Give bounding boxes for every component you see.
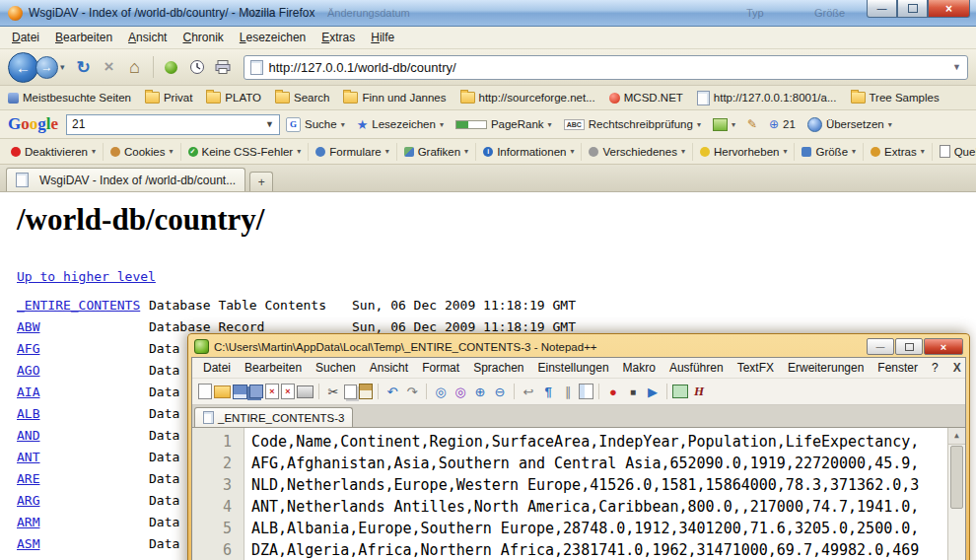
record-macro-icon[interactable]: ● bbox=[604, 384, 622, 400]
up-to-higher-level-link[interactable]: Up to higher level bbox=[17, 269, 156, 284]
menu-bearbeiten[interactable]: Bearbeiten bbox=[47, 29, 120, 46]
webdev-cookies[interactable]: Cookies▾ bbox=[104, 143, 181, 161]
menu-lesezeichen[interactable]: Lesezeichen bbox=[232, 29, 314, 46]
dir-link-asm[interactable]: ASM bbox=[17, 536, 149, 551]
replace-icon[interactable]: ◎ bbox=[452, 384, 469, 400]
url-dropdown-icon[interactable]: ▼ bbox=[952, 62, 961, 72]
cut-icon[interactable]: ✂ bbox=[324, 384, 342, 400]
history-button[interactable] bbox=[185, 55, 209, 79]
webdev-extras[interactable]: Extras▾ bbox=[864, 143, 933, 161]
npp-menu-fenster[interactable]: Fenster bbox=[871, 360, 925, 376]
menu-chronik[interactable]: Chronik bbox=[174, 29, 231, 46]
refresh-button[interactable]: ↻ bbox=[72, 55, 96, 79]
dir-link-afg[interactable]: AFG bbox=[17, 341, 149, 356]
forward-button[interactable]: → bbox=[35, 56, 58, 79]
bookmark-localhost-8001[interactable]: http://127.0.0.1:8001/a... bbox=[697, 91, 837, 105]
save-all-icon[interactable] bbox=[249, 385, 263, 398]
dir-link-alb[interactable]: ALB bbox=[17, 406, 149, 421]
play-macro-icon[interactable]: ▶ bbox=[644, 384, 662, 400]
google-search-input[interactable]: 21 ▼ bbox=[66, 114, 280, 135]
addon-button[interactable] bbox=[160, 55, 183, 79]
search-count[interactable]: ⊕21 bbox=[763, 115, 802, 133]
redo-icon[interactable]: ↷ bbox=[403, 384, 421, 400]
new-file-icon[interactable] bbox=[198, 384, 212, 399]
npp-menu-format[interactable]: Format bbox=[415, 360, 466, 376]
url-bar[interactable]: http://127.0.0.1/world-db/country/ ▼ bbox=[244, 55, 968, 80]
bookmark-mcsd[interactable]: MCSD.NET bbox=[609, 92, 683, 104]
dir-link-arm[interactable]: ARM bbox=[17, 515, 149, 529]
open-icon[interactable] bbox=[214, 385, 231, 398]
npp-menu-sprachen[interactable]: Sprachen bbox=[466, 360, 530, 376]
paste-icon[interactable] bbox=[359, 384, 373, 399]
function-list-icon[interactable] bbox=[672, 385, 688, 398]
find-icon[interactable]: ◎ bbox=[432, 384, 450, 400]
notepad-maximize-button[interactable] bbox=[895, 338, 923, 355]
word-wrap-icon[interactable]: ↩ bbox=[520, 384, 537, 400]
maximize-button[interactable] bbox=[897, 0, 928, 18]
url-input[interactable]: http://127.0.0.1/world-db/country/ bbox=[269, 60, 456, 75]
highlighter-button[interactable]: ✎ bbox=[741, 115, 763, 133]
webdev-groesse[interactable]: Größe▾ bbox=[795, 143, 864, 161]
dir-link-and[interactable]: AND bbox=[17, 428, 149, 443]
undo-icon[interactable]: ↶ bbox=[383, 384, 401, 400]
bookmark-finn-und-jannes[interactable]: Finn und Jannes bbox=[343, 92, 446, 104]
webdev-hervorheben[interactable]: Hervorheben▾ bbox=[693, 143, 796, 161]
bookmark-sourceforge[interactable]: http://sourceforge.net... bbox=[460, 92, 595, 104]
webdev-css[interactable]: ✓Keine CSS-Fehler▾ bbox=[181, 143, 310, 161]
npp-menu-bearbeiten[interactable]: Bearbeiten bbox=[238, 360, 309, 376]
notepad-editor[interactable]: 1Code,Name,Continent,Region,SurfaceArea,… bbox=[192, 428, 965, 560]
search-dropdown-icon[interactable]: ▼ bbox=[265, 119, 274, 129]
npp-menu-help[interactable]: ? bbox=[925, 360, 945, 376]
dir-link-ant[interactable]: ANT bbox=[17, 450, 149, 464]
notepad-window[interactable]: C:\Users\Martin\AppData\Local\Temp\_ENTI… bbox=[187, 333, 970, 560]
npp-menu-erweiterungen[interactable]: Erweiterungen bbox=[781, 360, 871, 376]
spellcheck-button[interactable]: ABCRechtschreibprüfung▾ bbox=[558, 116, 707, 132]
webdev-formulare[interactable]: Formulare▾ bbox=[309, 143, 396, 161]
tab-wsgidav[interactable]: WsgiDAV - Index of /world-db/count... bbox=[6, 168, 245, 191]
dir-link-abw[interactable]: ABW bbox=[17, 319, 149, 334]
minimize-button[interactable]: — bbox=[867, 0, 897, 18]
webdev-grafiken[interactable]: Grafiken▾ bbox=[397, 143, 476, 161]
menu-datei[interactable]: Datei bbox=[4, 29, 47, 46]
notepad-titlebar[interactable]: C:\Users\Martin\AppData\Local\Temp\_ENTI… bbox=[191, 336, 966, 357]
copy-icon[interactable] bbox=[344, 385, 357, 399]
npp-menu-makro[interactable]: Makro bbox=[616, 360, 662, 376]
npp-menu-textfx[interactable]: TextFX bbox=[731, 360, 781, 376]
doc-map-icon[interactable] bbox=[579, 384, 593, 399]
stop-button[interactable]: × bbox=[98, 55, 121, 79]
zoom-in-icon[interactable]: ⊕ bbox=[471, 384, 489, 400]
menu-hilfe[interactable]: Hilfe bbox=[363, 29, 402, 46]
dir-link-aia[interactable]: AIA bbox=[17, 385, 149, 399]
show-all-characters-icon[interactable]: ¶ bbox=[539, 384, 557, 400]
save-icon[interactable] bbox=[233, 385, 247, 399]
pagerank-indicator[interactable]: PageRank▾ bbox=[450, 116, 558, 132]
webdev-informationen[interactable]: iInformationen▾ bbox=[476, 143, 582, 161]
bookmark-tree-samples[interactable]: Tree Samples bbox=[851, 92, 940, 104]
back-button[interactable]: ← bbox=[8, 52, 38, 83]
dir-link-arg[interactable]: ARG bbox=[17, 493, 149, 508]
bookmark-search[interactable]: Search bbox=[275, 92, 329, 104]
menu-extras[interactable]: Extras bbox=[314, 29, 363, 46]
bookmark-privat[interactable]: Privat bbox=[145, 92, 192, 104]
scroll-up-icon[interactable]: ▲ bbox=[948, 428, 965, 445]
zoom-out-icon[interactable]: ⊖ bbox=[491, 384, 509, 400]
npp-menu-datei[interactable]: Datei bbox=[196, 360, 238, 376]
editor-scrollbar[interactable]: ▲ bbox=[947, 428, 965, 560]
webdev-verschiedenes[interactable]: Verschiedenes▾ bbox=[582, 143, 692, 161]
history-dropdown-icon[interactable]: ▾ bbox=[60, 62, 65, 72]
stop-macro-icon[interactable]: ■ bbox=[624, 384, 642, 400]
print-icon[interactable] bbox=[297, 385, 314, 398]
autofill-button[interactable]: ▾ bbox=[707, 116, 741, 133]
google-bookmarks-button[interactable]: ★Lesezeichen▾ bbox=[351, 115, 450, 134]
webdev-deaktivieren[interactable]: Deaktivieren▾ bbox=[4, 143, 104, 161]
npp-menu-ansicht[interactable]: Ansicht bbox=[363, 360, 415, 376]
bookmark-plato[interactable]: PLATO bbox=[206, 92, 261, 104]
scrollbar-thumb[interactable] bbox=[950, 446, 963, 509]
bookmark-meistbesuchte[interactable]: Meistbesuchte Seiten bbox=[8, 92, 131, 104]
webdev-quelltext[interactable]: Quellte bbox=[933, 143, 976, 161]
npp-doc-close-x[interactable]: X bbox=[945, 361, 969, 375]
close-button[interactable]: × bbox=[928, 0, 970, 18]
indent-guide-icon[interactable]: ∥ bbox=[559, 384, 577, 400]
notepad-close-button[interactable]: × bbox=[924, 338, 963, 355]
npp-menu-ausfuehren[interactable]: Ausführen bbox=[662, 360, 731, 376]
